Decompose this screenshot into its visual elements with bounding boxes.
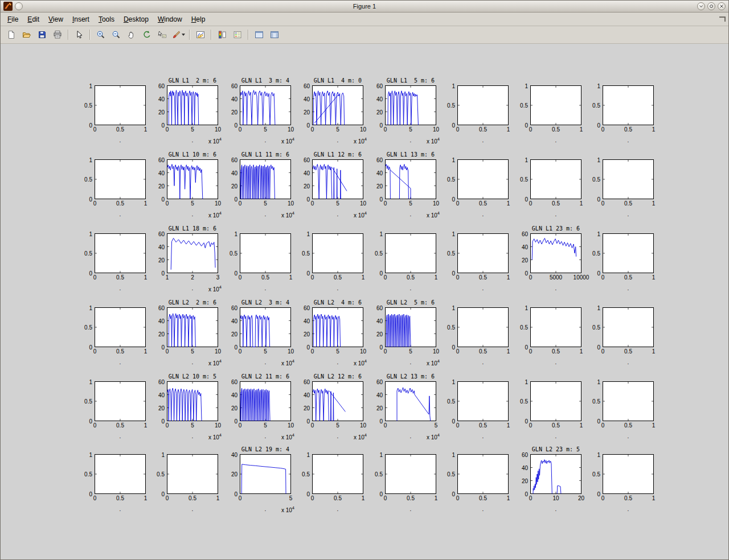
link-plot-button[interactable] xyxy=(193,28,207,42)
exponent-prefix: x 10 xyxy=(427,138,437,145)
x-tick-label: 0 xyxy=(166,126,169,133)
subplot-axes[interactable] xyxy=(457,85,509,125)
menu-edit[interactable]: Edit xyxy=(23,14,44,25)
subplot-axes[interactable] xyxy=(240,381,291,421)
menu-insert[interactable]: Insert xyxy=(68,14,94,25)
exponent-prefix: x 10 xyxy=(281,212,292,219)
close-button[interactable] xyxy=(718,2,726,10)
subplot-axes[interactable] xyxy=(312,454,363,494)
menu-tools[interactable]: Tools xyxy=(94,14,119,25)
subplot-axes[interactable] xyxy=(530,381,581,421)
menu-help[interactable]: Help xyxy=(187,14,210,25)
data-cursor-button[interactable] xyxy=(155,28,169,42)
subplot: 00.5100.51. xyxy=(530,381,581,421)
y-tick-label: 20 xyxy=(158,331,165,337)
show-plot-tools-button[interactable] xyxy=(267,28,281,42)
y-tick-label: 60 xyxy=(231,304,237,311)
menu-window[interactable]: Window xyxy=(153,14,187,25)
subplot-axes[interactable] xyxy=(167,159,218,199)
subplot-axes[interactable] xyxy=(385,159,436,199)
subplot-axes[interactable] xyxy=(312,233,363,273)
subplot-axes[interactable] xyxy=(457,159,509,199)
subplot-axes[interactable] xyxy=(603,381,654,421)
y-tick-label: 0 xyxy=(452,122,455,128)
insert-legend-button[interactable] xyxy=(230,28,244,42)
subplot-axes[interactable] xyxy=(530,307,581,347)
x-tick-label: 5 xyxy=(336,200,339,207)
subplot-axes[interactable] xyxy=(95,381,146,421)
subplot-axes[interactable] xyxy=(240,159,291,199)
subplot-axes[interactable] xyxy=(385,233,436,273)
subplot-axes[interactable] xyxy=(95,85,146,125)
subplot-axes[interactable] xyxy=(603,307,654,347)
rotate-3d-button[interactable] xyxy=(140,28,154,42)
window-menu-button[interactable] xyxy=(15,2,23,10)
subplot-axes[interactable] xyxy=(240,85,291,125)
x-tick-label: 0.5 xyxy=(624,348,632,355)
maximize-button[interactable] xyxy=(707,2,715,10)
x-axis-label: . xyxy=(192,137,194,143)
subplot-plot-area xyxy=(240,381,291,421)
x-axis-label: . xyxy=(555,211,557,217)
subplot-plot-area xyxy=(603,159,654,199)
subplot-axes[interactable] xyxy=(603,454,654,494)
edit-plot-button[interactable] xyxy=(72,28,86,42)
subplot-axes[interactable] xyxy=(312,381,363,421)
y-tick-label: 0 xyxy=(89,270,92,276)
subplot-axes[interactable] xyxy=(312,85,363,125)
hide-plot-tools-button[interactable] xyxy=(252,28,266,42)
x-tick-label: 5000 xyxy=(550,274,562,281)
x-axis-label: . xyxy=(265,137,267,143)
brush-data-button[interactable] xyxy=(170,28,186,42)
zoom-in-button[interactable] xyxy=(93,28,108,42)
exponent-power: 4 xyxy=(219,359,222,364)
subplot-axes[interactable] xyxy=(457,454,509,494)
subplot-axes[interactable] xyxy=(530,159,581,199)
subplot-axes[interactable] xyxy=(603,159,654,199)
brush-dropdown-icon[interactable] xyxy=(182,34,185,36)
y-tick-label: 0 xyxy=(597,344,600,350)
subplot-axes[interactable] xyxy=(95,307,146,347)
save-figure-button[interactable] xyxy=(35,28,49,42)
minimize-button[interactable] xyxy=(697,2,705,10)
menu-file[interactable]: File xyxy=(3,14,23,25)
subplot-axes[interactable] xyxy=(240,307,291,347)
new-figure-button[interactable] xyxy=(4,28,18,42)
subplot-axes[interactable] xyxy=(95,233,146,273)
y-tick-label: 0.5 xyxy=(520,324,528,331)
insert-colorbar-button[interactable] xyxy=(215,28,229,42)
print-figure-button[interactable] xyxy=(50,28,64,42)
subplot-axes[interactable] xyxy=(167,381,218,421)
subplot-axes[interactable] xyxy=(385,454,436,494)
y-tick-label: 0 xyxy=(452,491,455,497)
subplot-axes[interactable] xyxy=(167,454,218,494)
subplot-axes[interactable] xyxy=(603,85,654,125)
open-file-button[interactable] xyxy=(19,28,34,42)
subplot-axes[interactable] xyxy=(385,307,436,347)
subplot-axes[interactable] xyxy=(385,381,436,421)
subplot-axes[interactable] xyxy=(240,454,291,494)
subplot-axes[interactable] xyxy=(457,233,509,273)
subplot-axes[interactable] xyxy=(530,85,581,125)
subplot-axes[interactable] xyxy=(312,159,363,199)
subplot-axes[interactable] xyxy=(240,233,291,273)
subplot-axes[interactable] xyxy=(95,159,146,199)
subplot-axes[interactable] xyxy=(312,307,363,347)
zoom-out-button[interactable] xyxy=(109,28,123,42)
subplot-axes[interactable] xyxy=(530,233,581,273)
pan-button[interactable] xyxy=(124,28,138,42)
menu-view[interactable]: View xyxy=(44,14,68,25)
subplot-axes[interactable] xyxy=(603,233,654,273)
subplot-axes[interactable] xyxy=(457,381,509,421)
subplot-axes[interactable] xyxy=(457,307,509,347)
subplot-axes[interactable] xyxy=(95,454,146,494)
subplot-axes[interactable] xyxy=(167,85,218,125)
subplot-axes[interactable] xyxy=(385,85,436,125)
subplot-axes[interactable] xyxy=(167,307,218,347)
subplot-axes[interactable] xyxy=(530,454,581,494)
x-tick-label: 20 xyxy=(578,495,584,501)
x-tick-label: 10 xyxy=(215,200,221,207)
menu-desktop[interactable]: Desktop xyxy=(119,14,153,25)
subplot-axes[interactable] xyxy=(167,233,218,273)
chevron-down-icon xyxy=(699,4,703,9)
